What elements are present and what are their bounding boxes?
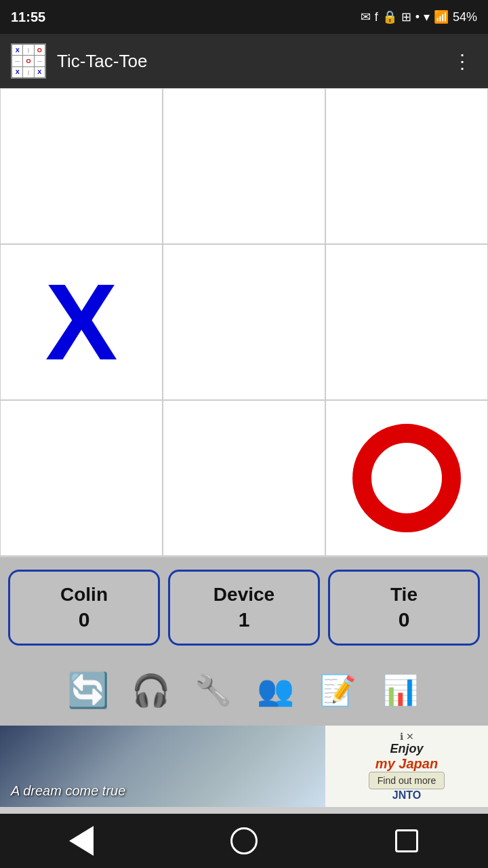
app-icon-cell: X: [12, 45, 22, 55]
settings-icon[interactable]: 🔧: [188, 666, 237, 715]
signal-icon: 📶: [434, 9, 449, 24]
cell-1[interactable]: [163, 88, 325, 244]
app-icon-cell: —: [12, 56, 22, 66]
mail-edit-icon[interactable]: 📝: [313, 666, 362, 715]
recents-icon: [395, 829, 418, 852]
player1-score-box: Colin 0: [8, 570, 160, 646]
wifi-icon: ▾: [424, 9, 430, 24]
tie-score: 0: [399, 608, 410, 631]
gmail-icon: ✉: [361, 9, 371, 24]
app-icon: X | O — O — X | X: [11, 43, 46, 79]
ad-image-text: A dream come true: [11, 783, 125, 799]
app-bar: X | O — O — X | X Tic-Tac-Toe ⋮: [0, 34, 488, 88]
tie-score-box: Tie 0: [328, 570, 480, 646]
cell-5[interactable]: [325, 244, 488, 400]
refresh-icon[interactable]: 🔄: [64, 666, 113, 715]
o-mark: [352, 424, 461, 532]
cell-6[interactable]: [0, 400, 163, 556]
scoreboard: Colin 0 Device 1 Tie 0: [0, 557, 488, 658]
nav-recents-button[interactable]: [386, 821, 427, 861]
player1-label: Colin: [60, 584, 108, 606]
status-icons: ✉ f 🔒 ⊞ • ▾ 📶 54%: [361, 9, 477, 24]
nav-bar: [0, 814, 488, 868]
ad-find-more-button[interactable]: Find out more: [369, 772, 445, 789]
status-time: 11:55: [11, 9, 45, 25]
app-icon-cell: |: [23, 45, 33, 55]
app-title: Tic-Tac-Toe: [57, 51, 447, 72]
app-icon-cell: —: [35, 56, 45, 66]
ad-org-text: JNTO: [392, 789, 421, 802]
player2-score-box: Device 1: [168, 570, 320, 646]
ad-info-icon: ℹ: [400, 731, 403, 742]
cell-4[interactable]: [163, 244, 325, 400]
player2-score: 1: [239, 608, 250, 631]
ad-close-icon[interactable]: ✕: [406, 731, 414, 742]
nav-home-button[interactable]: [224, 821, 264, 861]
menu-button[interactable]: ⋮: [447, 45, 477, 78]
ad-banner[interactable]: A dream come true ℹ ✕ Enjoy my Japan Fin…: [0, 726, 488, 807]
app-icon-cell: X: [35, 67, 45, 77]
home-icon: [230, 827, 258, 854]
game-board: X: [0, 88, 488, 557]
status-bar: 11:55 ✉ f 🔒 ⊞ • ▾ 📶 54%: [0, 0, 488, 34]
chart-icon[interactable]: 📊: [375, 666, 424, 715]
toolbar: 🔄 🎧 🔧 👥 📝 📊: [0, 658, 488, 726]
x-mark: X: [45, 268, 118, 376]
headset-icon[interactable]: 🎧: [126, 666, 175, 715]
app-icon-cell: O: [23, 56, 33, 66]
cast-icon: ⊞: [401, 9, 411, 24]
cell-7[interactable]: [163, 400, 325, 556]
tie-label: Tie: [390, 584, 418, 606]
player1-score: 0: [79, 608, 90, 631]
player2-label: Device: [214, 584, 274, 606]
cell-8[interactable]: [325, 400, 488, 556]
facebook-icon: f: [375, 10, 378, 24]
dot-icon: •: [415, 10, 420, 24]
battery-icon: 54%: [453, 10, 477, 24]
back-icon: [69, 826, 94, 856]
nav-back-button[interactable]: [61, 821, 102, 861]
ad-image: A dream come true: [0, 726, 325, 807]
app-icon-cell: X: [12, 67, 22, 77]
cell-0[interactable]: [0, 88, 163, 244]
people-icon[interactable]: 👥: [251, 666, 300, 715]
ad-enjoy-text: Enjoy: [390, 742, 423, 755]
ad-brand-text: my Japan: [375, 756, 438, 772]
lock-icon: 🔒: [382, 9, 397, 24]
cell-3[interactable]: X: [0, 244, 163, 400]
app-icon-cell: |: [23, 67, 33, 77]
cell-2[interactable]: [325, 88, 488, 244]
app-icon-cell: O: [35, 45, 45, 55]
ad-side: ℹ ✕ Enjoy my Japan Find out more JNTO: [325, 726, 488, 807]
